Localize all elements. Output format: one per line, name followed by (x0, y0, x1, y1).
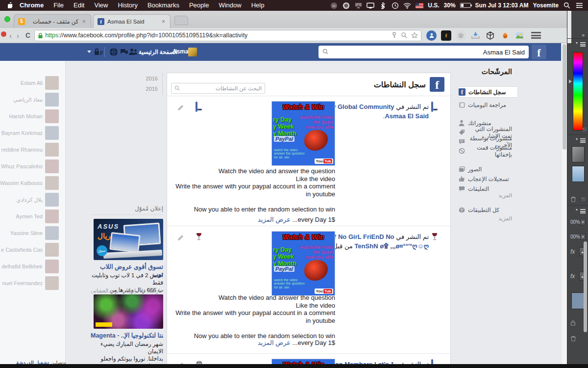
dropdown-icon[interactable]: ▾ (580, 234, 586, 240)
chat-contact[interactable]: Yassine Stine (0, 226, 66, 240)
chat-contact[interactable]: Whuz Pascalinho (0, 159, 66, 173)
post-thumbnail[interactable]: Watch & Win ry Day y Week y Month watch … (271, 231, 335, 296)
key-icon[interactable] (392, 32, 397, 38)
nav-home-link[interactable]: الصفحة الرئيسية (139, 49, 177, 55)
ad-title-link[interactable]: Magenta - ..ماجينتا لتكنولوجيا الإ (91, 332, 163, 339)
chat-contact[interactable]: Harish Mohan (0, 109, 66, 123)
creative-cloud-icon[interactable]: cc (330, 1, 338, 9)
airplay-icon[interactable] (354, 1, 362, 9)
chat-contact[interactable]: Wassim Kalboussi (0, 176, 66, 190)
filter-timeline-review[interactable]: مراجعة اليوميات (458, 100, 518, 109)
trash-icon[interactable] (570, 196, 576, 202)
menu-people[interactable]: People (184, 0, 214, 11)
zoom-icon[interactable] (401, 32, 407, 38)
dropdown-icon[interactable]: ▾ (580, 219, 586, 225)
panel-menu-icon[interactable] (577, 138, 586, 143)
facebook-home-logo[interactable]: f (532, 45, 546, 59)
input-source-label[interactable]: U.S. (428, 2, 439, 9)
trash-icon[interactable] (570, 336, 576, 342)
browser-scrollbar[interactable] (561, 43, 567, 368)
extension-gold-f-icon[interactable]: f (441, 30, 451, 41)
resize-grip[interactable] (583, 128, 587, 131)
chrome-menu-icon[interactable] (531, 32, 541, 39)
edit-pencil-icon[interactable] (177, 104, 185, 112)
panel-menu-icon[interactable] (577, 42, 586, 47)
filters-more-link[interactable]: المزيد (498, 192, 512, 199)
author-link[interactable]: Asmaa El Said (385, 112, 429, 120)
chat-contact[interactable]: e Castañeda Cas (0, 243, 66, 257)
filter-likes[interactable]: تسجيلات الإعجاب (458, 174, 518, 184)
extension-photo-icon[interactable] (514, 30, 525, 41)
audience-group-icon[interactable] (196, 103, 204, 111)
filter-photos[interactable]: الصور (458, 164, 518, 174)
chat-contact[interactable]: Eslam Ali (0, 76, 66, 90)
ad-asus-image[interactable]: ASUS 666 ريال سوق (94, 219, 163, 260)
extension-person-icon[interactable] (426, 30, 437, 41)
chat-contact[interactable]: reddine Rhannou (0, 143, 66, 157)
bluetooth-icon[interactable] (379, 1, 387, 9)
extension-smiley-icon[interactable] (456, 30, 466, 41)
extension-flame-icon[interactable] (500, 30, 510, 41)
color-spectrum-bar[interactable] (573, 52, 583, 131)
filters-more-link[interactable]: المزيد (498, 215, 512, 222)
facebook-search-bar[interactable]: Asmaa El Said (318, 46, 529, 58)
see-more-link[interactable]: عرض المزيد (258, 339, 291, 346)
menubar-app-name[interactable]: Chrome (15, 0, 49, 11)
extension-cube-icon[interactable] (485, 30, 495, 41)
wifi-icon[interactable] (403, 1, 411, 9)
panel-menu-icon[interactable] (577, 209, 586, 214)
battery-icon[interactable] (460, 3, 471, 8)
time-machine-icon[interactable] (391, 1, 399, 9)
friend-requests-icon[interactable] (128, 47, 138, 57)
new-tab-button[interactable] (174, 16, 188, 25)
nav-profile-avatar[interactable] (188, 48, 197, 56)
menu-file[interactable]: File (49, 0, 69, 11)
notification-center-icon[interactable] (575, 1, 583, 9)
forward-button[interactable]: › (14, 31, 22, 40)
activity-search-box[interactable]: البحث عن النشاطات (171, 83, 265, 94)
color-swatch[interactable] (571, 292, 584, 309)
window-close-button[interactable] (1, 31, 6, 37)
address-bar[interactable]: https://www.facebook.com/profile.php?id=… (34, 30, 421, 41)
menu-edit[interactable]: Edit (69, 0, 89, 11)
scrollbar-thumb[interactable] (563, 44, 566, 150)
tab-close-icon[interactable]: × (81, 18, 87, 25)
display-icon[interactable] (367, 1, 374, 9)
tab-close-icon[interactable]: × (161, 18, 166, 25)
bookmark-star-icon[interactable] (411, 32, 418, 39)
year-2015[interactable]: 2015 (141, 84, 158, 94)
post-thumbnail[interactable]: Watch & Win ry Day y Week y Month watch … (271, 101, 335, 166)
menu-view[interactable]: View (89, 0, 113, 11)
menu-history[interactable]: History (113, 0, 142, 11)
chat-contact[interactable]: معاذ الرياضي (0, 93, 66, 106)
menu-bookmarks[interactable]: Bookmarks (143, 0, 184, 11)
account-caret-icon[interactable] (87, 51, 91, 53)
sphere-icon[interactable] (342, 1, 350, 9)
lock-icon[interactable] (570, 320, 576, 326)
spotlight-icon[interactable] (563, 1, 571, 9)
year-2016[interactable]: 2016 (141, 74, 158, 84)
panel-scrollbar[interactable] (584, 241, 587, 332)
see-more-link[interactable]: عرض المزيد (258, 216, 291, 223)
spectrum-slider[interactable] (569, 79, 572, 83)
menu-help[interactable]: Help (246, 0, 270, 11)
menubar-user[interactable]: Yosemite (533, 2, 559, 9)
filter-activity-log[interactable]: سجل النشاطات f (458, 86, 518, 98)
reload-button[interactable]: C (25, 31, 30, 39)
messages-icon[interactable] (119, 47, 129, 57)
chat-contact[interactable]: delhafid Bellkheir (0, 260, 66, 273)
apple-icon[interactable] (7, 1, 15, 9)
pattern-swatch[interactable] (572, 166, 585, 182)
menu-window[interactable]: Window (214, 0, 246, 11)
chat-contact[interactable]: nuel Feernandez (0, 276, 66, 290)
tab-facebook[interactable]: f Asmaa El Said × (93, 14, 171, 28)
back-button[interactable]: ‹ (7, 31, 14, 40)
input-source-flag-icon[interactable] (416, 3, 423, 8)
filter-hidden-posts[interactable]: منشورات قمت بإخفائها (458, 146, 518, 156)
gradient-swatch[interactable] (572, 146, 585, 162)
edit-pencil-icon[interactable] (177, 234, 185, 242)
ad-magenta-image[interactable] (94, 294, 163, 329)
expand-panel-icon[interactable]: » (582, 32, 584, 38)
chat-contact[interactable]: بلال كردادي (0, 193, 66, 207)
chat-contact[interactable]: Bayram Korkmaz (0, 126, 66, 140)
